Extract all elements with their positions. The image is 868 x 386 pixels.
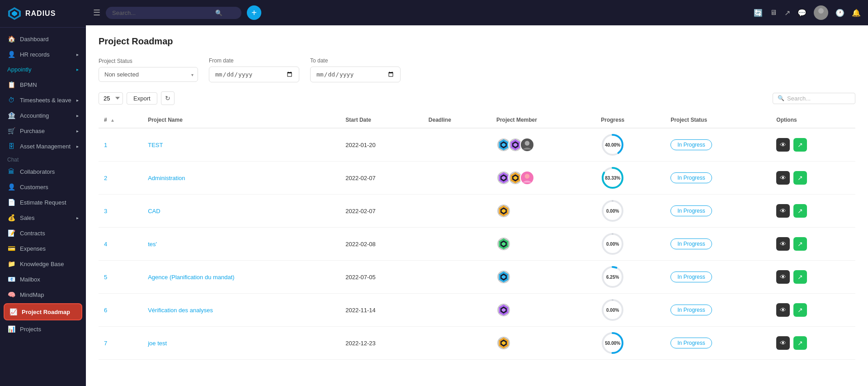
member-avatars xyxy=(496,270,590,284)
table-search-input[interactable] xyxy=(787,95,850,102)
status-badge: In Progress xyxy=(670,205,712,216)
sidebar-item-knowledge-base[interactable]: 📁 Knowledge Base xyxy=(0,256,86,272)
sidebar-item-label: Customers xyxy=(20,184,48,191)
from-date-input[interactable] xyxy=(209,67,299,82)
cell-options: 👁 ↗ xyxy=(771,162,855,195)
view-button[interactable]: 👁 xyxy=(776,303,790,317)
refresh-button[interactable]: ↻ xyxy=(161,91,175,105)
view-button[interactable]: 👁 xyxy=(776,237,790,251)
edit-button[interactable]: ↗ xyxy=(793,171,807,185)
progress-circle: 0.00% xyxy=(601,232,624,256)
section-label: Chat xyxy=(7,157,19,163)
cell-name[interactable]: Agence (Planification du mandat) xyxy=(142,261,340,294)
cell-deadline xyxy=(423,294,491,327)
search-input[interactable] xyxy=(112,10,212,16)
status-badge: In Progress xyxy=(670,338,712,348)
sidebar-item-appointly[interactable]: Appointly ▸ xyxy=(0,62,86,77)
per-page-select[interactable]: 25 50 100 xyxy=(99,92,123,105)
cell-deadline xyxy=(423,128,491,162)
sidebar-item-customers[interactable]: 👤 Customers xyxy=(0,179,86,195)
sidebar-item-label: Estimate Request xyxy=(20,199,66,206)
sidebar-item-collaborators[interactable]: 🏛 Collaborators xyxy=(0,164,86,179)
sidebar-item-bpmn[interactable]: 📋 BPMN xyxy=(0,77,86,92)
edit-button[interactable]: ↗ xyxy=(793,270,807,284)
status-badge: In Progress xyxy=(670,305,712,315)
cell-deadline xyxy=(423,195,491,228)
roadmap-icon: 📈 xyxy=(9,308,17,315)
sidebar-item-mindmap[interactable]: 🧠 MindMap xyxy=(0,287,86,302)
hamburger-icon[interactable]: ☰ xyxy=(93,8,100,18)
message-icon[interactable]: 💬 xyxy=(797,9,807,17)
project-status-select-wrapper: Non selected In Progress Completed ▾ xyxy=(99,67,198,82)
sidebar-item-label: MindMap xyxy=(20,291,44,298)
progress-circle: 50.00% xyxy=(601,331,624,355)
sidebar-item-accounting[interactable]: 🏦 Accounting ▸ xyxy=(0,108,86,123)
sidebar-item-hr-records[interactable]: 👤 HR records ▸ xyxy=(0,47,86,62)
monitor-icon[interactable]: 🖥 xyxy=(770,9,777,17)
col-options: Options xyxy=(771,112,855,128)
project-status-select[interactable]: Non selected In Progress Completed xyxy=(99,67,198,82)
bell-icon[interactable]: 🔔 xyxy=(852,9,861,17)
sidebar-item-label: Contracts xyxy=(20,230,45,237)
cell-num: 7 xyxy=(99,327,142,360)
history-icon[interactable]: 🔄 xyxy=(754,9,763,17)
home-icon: 🏠 xyxy=(7,35,15,43)
avatar[interactable] xyxy=(814,5,828,20)
cell-name[interactable]: Administration xyxy=(142,162,340,195)
cell-progress: 0.00% xyxy=(595,195,665,228)
table-row: 3 CAD 2022-02-07 0.00% In Progress 👁 ↗ xyxy=(99,195,855,228)
view-button[interactable]: 👁 xyxy=(776,336,790,350)
sidebar-item-projects[interactable]: 📊 Projects xyxy=(0,321,86,337)
to-date-input[interactable] xyxy=(310,67,401,82)
edit-button[interactable]: ↗ xyxy=(793,303,807,317)
chevron-icon: ▸ xyxy=(76,67,79,72)
cell-options: 👁 ↗ xyxy=(771,228,855,261)
view-button[interactable]: 👁 xyxy=(776,270,790,284)
cell-name[interactable]: CAD xyxy=(142,195,340,228)
sidebar-item-purchase[interactable]: 🛒 Purchase ▸ xyxy=(0,123,86,138)
edit-button[interactable]: ↗ xyxy=(793,204,807,218)
sidebar-item-expenses[interactable]: 💳 Expenses xyxy=(0,241,86,256)
sidebar-item-dashboard[interactable]: 🏠 Dashboard xyxy=(0,31,86,47)
logo[interactable]: RADIUS xyxy=(0,0,86,28)
edit-button[interactable]: ↗ xyxy=(793,237,807,251)
sort-icon[interactable]: ▲ xyxy=(110,118,115,123)
cell-name[interactable]: joe test xyxy=(142,327,340,360)
export-button[interactable]: Export xyxy=(127,92,157,105)
sidebar-item-asset-management[interactable]: 🗄 Asset Management ▸ xyxy=(0,138,86,154)
logo-text: RADIUS xyxy=(25,10,56,18)
cell-name[interactable]: tes' xyxy=(142,228,340,261)
cell-start-date: 2022-01-20 xyxy=(340,128,423,162)
cell-name[interactable]: TEST xyxy=(142,128,340,162)
col-name: Project Name xyxy=(142,112,340,128)
sidebar-item-contracts[interactable]: 📝 Contracts xyxy=(0,225,86,241)
cell-options: 👁 ↗ xyxy=(771,261,855,294)
share-icon[interactable]: ↗ xyxy=(784,9,790,17)
col-member: Project Member xyxy=(491,112,595,128)
edit-button[interactable]: ↗ xyxy=(793,138,807,152)
sidebar-item-label: Accounting xyxy=(20,112,49,119)
sidebar-section-chat: Chat xyxy=(0,154,86,164)
cell-num: 5 xyxy=(99,261,142,294)
view-button[interactable]: 👁 xyxy=(776,171,790,185)
sidebar-item-label: Sales xyxy=(20,214,35,221)
progress-circle: 0.00% xyxy=(601,199,624,223)
table-body: 1 TEST 2022-01-20 40.00% In Progress 👁 ↗ xyxy=(99,128,855,360)
search-bar: 🔍 xyxy=(106,7,241,19)
view-button[interactable]: 👁 xyxy=(776,204,790,218)
cell-name[interactable]: Vérification des analyses xyxy=(142,294,340,327)
sidebar-item-mailbox[interactable]: 📧 Mailbox xyxy=(0,272,86,287)
cell-start-date: 2022-11-14 xyxy=(340,294,423,327)
add-button[interactable]: + xyxy=(247,5,261,20)
sidebar-item-sales[interactable]: 💰 Sales ▸ xyxy=(0,210,86,225)
clock-icon[interactable]: 🕐 xyxy=(835,9,844,17)
view-button[interactable]: 👁 xyxy=(776,138,790,152)
sidebar-item-project-roadmap[interactable]: 📈 Project Roadmap xyxy=(4,303,82,320)
edit-button[interactable]: ↗ xyxy=(793,336,807,350)
sidebar-item-estimate-request[interactable]: 📄 Estimate Request xyxy=(0,195,86,210)
col-status: Project Status xyxy=(665,112,771,128)
sidebar-item-timesheets[interactable]: ⏱ Timesheets & leave ▸ xyxy=(0,92,86,108)
accounting-icon: 🏦 xyxy=(7,112,15,119)
knowledge-icon: 📁 xyxy=(7,260,15,267)
topbar-right: 🔄 🖥 ↗ 💬 🕐 🔔 xyxy=(754,5,861,20)
